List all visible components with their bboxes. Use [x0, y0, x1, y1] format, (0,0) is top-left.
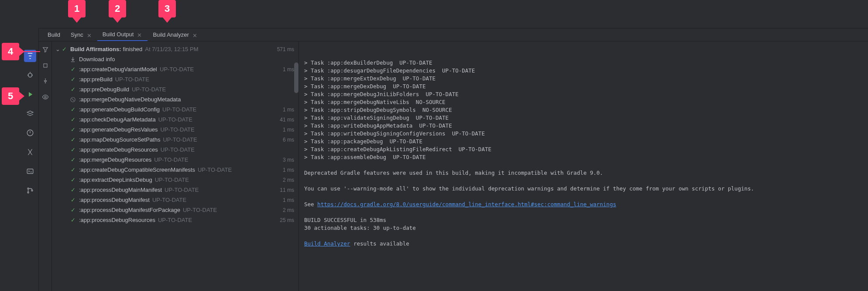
task-time: 1 ms: [283, 127, 294, 133]
skip-icon: [69, 96, 76, 103]
close-icon[interactable]: ✕: [192, 32, 198, 38]
task-name: :app:processDebugManifest: [79, 197, 150, 203]
tab-build-output[interactable]: Build Output✕: [97, 28, 148, 41]
task-name: :app:mergeDebugNativeDebugMetadata: [79, 96, 181, 103]
root-title: Build Affirmations:: [70, 46, 121, 52]
console-line: > Task :app:mergeDexDebug UP-TO-DATE: [304, 83, 863, 90]
task-status: UP-TO-DATE: [160, 126, 194, 133]
task-row[interactable]: ✓:app:checkDebugAarMetadataUP-TO-DATE41 …: [52, 114, 298, 125]
eye-icon[interactable]: [41, 92, 50, 102]
console-line: BUILD SUCCESSFUL in 538ms: [304, 216, 863, 224]
panel-body: ⌄ ✓ Build Affirmations: finished At 7/11…: [39, 42, 868, 291]
chevron-down-icon[interactable]: ⌄: [55, 46, 61, 52]
task-name: :app:generateDebugResources: [79, 146, 158, 153]
check-icon: ✓: [69, 177, 76, 184]
console-line: Deprecated Gradle features were used in …: [304, 169, 863, 177]
task-status: UP-TO-DATE: [158, 217, 192, 223]
svg-point-7: [45, 96, 46, 98]
download-icon: [69, 56, 76, 63]
task-row[interactable]: :app:mergeDebugNativeDebugMetadata: [52, 94, 298, 104]
activity-run-button[interactable]: [24, 88, 36, 100]
tab-build-analyzer[interactable]: Build Analyzer✕: [148, 28, 202, 41]
close-icon[interactable]: ✕: [87, 32, 92, 38]
root-time: 571 ms: [277, 46, 294, 52]
close-icon[interactable]: ✕: [137, 32, 142, 37]
task-name: :app:processDebugResources: [79, 217, 155, 223]
check-icon: ✓: [69, 106, 76, 113]
task-status: UP-TO-DATE: [158, 116, 192, 123]
task-name: :app:createDebugVariantModel: [79, 66, 157, 73]
console-line: [304, 161, 863, 169]
task-row[interactable]: ✓:app:processDebugManifestForPackageUP-T…: [52, 205, 298, 215]
task-row[interactable]: ✓:app:processDebugResourcesUP-TO-DATE25 …: [52, 215, 298, 225]
task-row[interactable]: ✓:app:createDebugVariantModelUP-TO-DATE1…: [52, 64, 298, 74]
task-row[interactable]: ✓:app:preDebugBuildUP-TO-DATE: [52, 84, 298, 94]
check-icon: ✓: [69, 197, 76, 204]
task-name: :app:preDebugBuild: [79, 86, 129, 93]
activity-layer-button[interactable]: [24, 107, 36, 120]
tab-label: Build: [48, 31, 60, 38]
filter-icon[interactable]: [41, 45, 50, 55]
tab-label: Build Analyzer: [153, 31, 189, 38]
console-line: > Task :app:validateSigningDebug UP-TO-D…: [304, 114, 863, 122]
console-line: 30 actionable tasks: 30 up-to-date: [304, 224, 863, 232]
task-row[interactable]: ✓:app:generateDebugBuildConfigUP-TO-DATE…: [52, 104, 298, 114]
task-status: UP-TO-DATE: [152, 197, 186, 203]
task-time: 1 ms: [283, 107, 294, 113]
task-time: 1 ms: [283, 167, 294, 173]
task-row[interactable]: ✓:app:extractDeepLinksDebugUP-TO-DATE2 m…: [52, 175, 298, 185]
scrollbar-thumb[interactable]: [294, 62, 298, 93]
task-tree[interactable]: ⌄ ✓ Build Affirmations: finished At 7/11…: [52, 42, 299, 291]
console-line: > Task :app:mergeDebugJniLibFolders UP-T…: [304, 90, 863, 98]
activity-terminal-button[interactable]: [24, 165, 36, 177]
console-line: > Task :app:writeDebugSigningConfigVersi…: [304, 130, 863, 138]
console-line: [304, 193, 863, 201]
callout-1: 1: [68, 0, 86, 17]
task-time: 2 ms: [283, 177, 294, 183]
task-status: UP-TO-DATE: [165, 187, 199, 193]
pin-icon[interactable]: [41, 76, 50, 86]
task-status: UP-TO-DATE: [155, 177, 189, 183]
task-name: :app:processDebugMainManifest: [79, 187, 162, 193]
activity-profiler-button[interactable]: [24, 146, 36, 158]
task-status: UP-TO-DATE: [160, 66, 194, 73]
console-line: > Task :app:stripDebugDebugSymbols NO-SO…: [304, 106, 863, 114]
svg-point-5: [31, 190, 33, 191]
task-row[interactable]: ✓:app:generateDebugResourcesUP-TO-DATE: [52, 145, 298, 155]
task-name: :app:mergeDebugResources: [79, 156, 151, 163]
console-line: > Task :app:mergeExtDexDebug UP-TO-DATE: [304, 75, 863, 83]
svg-rect-2: [27, 169, 33, 174]
task-row[interactable]: ✓:app:createDebugCompatibleScreenManifes…: [52, 165, 298, 175]
console-line: Build Analyzer results available: [304, 240, 863, 248]
stop-icon[interactable]: [41, 61, 50, 70]
check-icon: ✓: [69, 76, 76, 83]
tab-build[interactable]: Build: [42, 28, 65, 41]
download-label: Download info: [79, 56, 115, 62]
console-output[interactable]: > Task :app:dexBuilderDebug UP-TO-DATE> …: [299, 42, 868, 291]
console-link-analyzer[interactable]: Build Analyzer: [304, 240, 350, 247]
task-name: :app:createDebugCompatibleScreenManifest…: [79, 166, 195, 173]
task-row[interactable]: ✓:app:processDebugMainManifestUP-TO-DATE…: [52, 185, 298, 195]
check-icon: ✓: [69, 126, 76, 133]
task-time: 11 ms: [280, 187, 294, 193]
activity-vcs-button[interactable]: [24, 184, 36, 197]
activity-bug-button[interactable]: [24, 69, 36, 81]
task-row[interactable]: ✓:app:generateDebugResValuesUP-TO-DATE1 …: [52, 125, 298, 135]
task-row[interactable]: ✓:app:mergeDebugResourcesUP-TO-DATE3 ms: [52, 155, 298, 165]
console-line: > Task :app:desugarDebugFileDependencies…: [304, 67, 863, 75]
task-row[interactable]: ✓:app:mapDebugSourceSetPathsUP-TO-DATE6 …: [52, 135, 298, 145]
task-status: UP-TO-DATE: [183, 207, 217, 213]
task-status: UP-TO-DATE: [162, 106, 196, 113]
task-row[interactable]: ✓:app:preBuildUP-TO-DATE: [52, 74, 298, 84]
task-time: 1 ms: [283, 66, 294, 73]
console-link-docs[interactable]: https://docs.gradle.org/8.0/userguide/co…: [317, 201, 616, 208]
console-line: > Task :app:writeDebugAppMetadata UP-TO-…: [304, 122, 863, 130]
activity-problems-button[interactable]: [24, 127, 36, 139]
task-status: UP-TO-DATE: [163, 136, 197, 143]
tab-sync[interactable]: Sync✕: [65, 28, 97, 41]
tree-download[interactable]: Download info: [52, 54, 298, 64]
tree-root[interactable]: ⌄ ✓ Build Affirmations: finished At 7/11…: [52, 44, 298, 54]
task-row[interactable]: ✓:app:processDebugManifestUP-TO-DATE1 ms: [52, 195, 298, 205]
console-line: > Task :app:dexBuilderDebug UP-TO-DATE: [304, 59, 863, 67]
task-status: UP-TO-DATE: [115, 76, 149, 83]
